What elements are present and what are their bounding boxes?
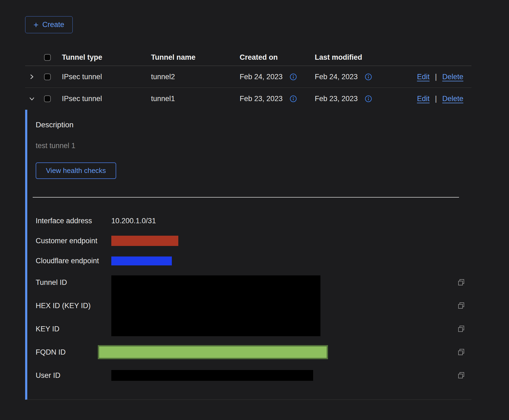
info-icon[interactable] bbox=[365, 95, 372, 102]
delete-link[interactable]: Delete bbox=[442, 73, 463, 81]
last-modified-cell: Feb 23, 2023 bbox=[312, 95, 412, 103]
collapse-row-button[interactable] bbox=[25, 95, 42, 102]
row-actions: Edit | Delete bbox=[412, 73, 471, 81]
field-label-hex-id: HEX ID (KEY ID) bbox=[36, 302, 111, 310]
info-icon[interactable] bbox=[290, 95, 297, 102]
created-on-cell: Feb 23, 2023 bbox=[237, 95, 312, 103]
section-divider bbox=[33, 197, 459, 198]
table-header-row: Tunnel type Tunnel name Created on Last … bbox=[25, 49, 471, 66]
redacted-customer-endpoint bbox=[111, 236, 178, 246]
copy-icon bbox=[457, 279, 465, 286]
info-icon[interactable] bbox=[365, 73, 372, 81]
edit-link[interactable]: Edit bbox=[417, 95, 430, 103]
col-header-tunnel-name: Tunnel name bbox=[148, 53, 237, 62]
last-modified-date: Feb 24, 2023 bbox=[315, 73, 358, 81]
copy-fqdn-id-button[interactable] bbox=[453, 348, 469, 356]
copy-key-id-button[interactable] bbox=[453, 325, 469, 333]
copy-icon bbox=[457, 372, 465, 379]
row-checkbox[interactable] bbox=[44, 74, 51, 80]
copy-icon bbox=[457, 348, 465, 356]
edit-link[interactable]: Edit bbox=[417, 73, 430, 81]
col-header-tunnel-type: Tunnel type bbox=[59, 53, 148, 62]
copy-hex-id-button[interactable] bbox=[453, 302, 469, 309]
info-icon[interactable] bbox=[290, 73, 297, 81]
field-label-key-id: KEY ID bbox=[36, 325, 111, 333]
field-label-interface-address: Interface address bbox=[36, 217, 111, 225]
field-value-interface-address: 10.200.1.0/31 bbox=[111, 217, 453, 225]
row-actions: Edit | Delete bbox=[412, 95, 471, 103]
description-value: test tunnel 1 bbox=[36, 142, 471, 150]
table-row: IPsec tunnel tunnel2 Feb 24, 2023 Feb 24… bbox=[25, 66, 471, 88]
copy-icon bbox=[457, 325, 465, 333]
row-checkbox[interactable] bbox=[44, 95, 51, 102]
copy-tunnel-id-button[interactable] bbox=[453, 279, 469, 286]
created-on-cell: Feb 24, 2023 bbox=[237, 73, 312, 81]
redacted-id-block bbox=[111, 275, 320, 336]
redacted-cloudflare-endpoint bbox=[111, 256, 172, 265]
created-on-date: Feb 23, 2023 bbox=[240, 95, 283, 103]
field-label-cloudflare-endpoint: Cloudflare endpoint bbox=[36, 257, 111, 265]
plus-icon: + bbox=[34, 21, 39, 29]
expand-row-button[interactable] bbox=[25, 73, 42, 80]
last-modified-date: Feb 23, 2023 bbox=[315, 95, 358, 103]
tunnel-detail-panel: Description test tunnel 1 View health ch… bbox=[25, 110, 471, 400]
chevron-down-icon bbox=[28, 95, 35, 102]
col-header-created-on: Created on bbox=[237, 53, 312, 62]
last-modified-cell: Feb 24, 2023 bbox=[312, 73, 412, 81]
table-row: IPsec tunnel tunnel1 Feb 23, 2023 Feb 23… bbox=[25, 88, 471, 110]
create-button[interactable]: + Create bbox=[25, 16, 73, 33]
tunnel-type-cell: IPsec tunnel bbox=[59, 95, 148, 103]
copy-user-id-button[interactable] bbox=[453, 372, 469, 379]
actions-separator: | bbox=[435, 95, 437, 103]
field-label-customer-endpoint: Customer endpoint bbox=[36, 237, 111, 245]
tunnel-name-cell: tunnel1 bbox=[148, 95, 237, 103]
tunnel-fields: Interface address 10.200.1.0/31 Customer… bbox=[36, 211, 469, 387]
redacted-fqdn-id bbox=[98, 345, 328, 359]
select-all-checkbox[interactable] bbox=[44, 54, 51, 61]
col-header-last-modified: Last modified bbox=[312, 53, 412, 62]
tunnel-type-cell: IPsec tunnel bbox=[59, 73, 148, 81]
redacted-user-id bbox=[111, 370, 313, 381]
field-label-tunnel-id: Tunnel ID bbox=[36, 278, 111, 287]
copy-icon bbox=[457, 302, 465, 309]
description-label: Description bbox=[36, 121, 471, 129]
actions-separator: | bbox=[435, 73, 437, 81]
tunnel-name-cell: tunnel2 bbox=[148, 73, 237, 81]
field-label-user-id: User ID bbox=[36, 371, 111, 380]
view-health-checks-button[interactable]: View health checks bbox=[36, 162, 116, 179]
tunnels-table: Tunnel type Tunnel name Created on Last … bbox=[25, 49, 471, 110]
chevron-right-icon bbox=[28, 73, 35, 80]
create-button-label: Create bbox=[42, 21, 64, 29]
delete-link[interactable]: Delete bbox=[442, 95, 463, 103]
created-on-date: Feb 24, 2023 bbox=[240, 73, 283, 81]
